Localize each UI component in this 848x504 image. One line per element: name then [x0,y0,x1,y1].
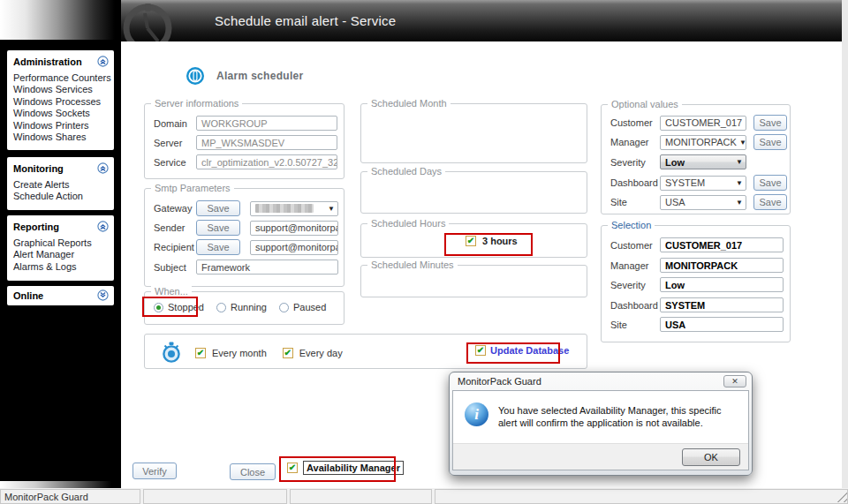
severity-label: Severity [610,280,660,290]
ok-button[interactable]: OK [682,448,740,466]
update-database-checkbox[interactable]: ✔ [475,345,486,356]
selection-manager-field[interactable]: MONITORPACK [660,258,784,273]
sidebar-item-windows-processes[interactable]: Windows Processes [13,96,109,108]
recipient-label: Recipient [154,242,196,252]
sender-dropdown[interactable]: support@monitorpa▼ [250,221,338,236]
dashboard-label: Dashboard [610,177,660,188]
selection-site-field[interactable]: USA [660,317,784,332]
every-month-checkbox[interactable]: ✔ [195,348,206,358]
nav-section-header[interactable]: Reporting [13,221,109,232]
nav-section-title: Reporting [13,222,59,232]
site-value: USA [665,197,685,207]
sidebar-item-windows-sockets[interactable]: Windows Sockets [13,108,109,119]
collapse-up-icon[interactable] [97,221,109,232]
sidebar-item-performance-counters[interactable]: Performance Counters [13,72,109,84]
gateway-save-button[interactable]: Save [196,200,240,216]
every-month-label: Every month [212,348,267,358]
service-field[interactable]: clr_optimization_v2.0.50727_32 [196,154,337,169]
manager-value: MONITORPACK [665,137,737,147]
sidebar-item-windows-services[interactable]: Windows Services [13,84,109,95]
app-window: Administration Performance Counters Wind… [0,0,848,504]
collapse-up-icon[interactable] [97,162,109,174]
nav-section-header[interactable]: Online [13,290,109,301]
gateway-label: Gateway [154,203,196,214]
alarm-scheduler-icon [186,66,205,86]
nav-section-header[interactable]: Monitoring [13,162,109,174]
collapse-down-icon[interactable] [97,290,109,301]
dashboard-save-button[interactable]: Save [753,175,787,191]
sidebar-gloss [0,0,115,40]
customer-save-button[interactable]: Save [753,115,787,131]
sidebar-item-alert-manager[interactable]: Alert Manager [13,249,109,260]
hours-checkbox[interactable]: ✔ [466,236,476,246]
paused-radio[interactable] [279,303,289,312]
every-day-checkbox[interactable]: ✔ [283,348,293,358]
close-button[interactable]: Close [230,463,276,480]
status-bar: MonitorPack Guard [0,488,848,504]
manager-label: Manager [610,137,660,147]
when-group: When... Stopped Running Paused [144,291,344,325]
running-label: Running [231,302,267,312]
scheduled-month-legend: Scheduled Month [367,98,450,109]
selection-severity-field[interactable]: Low [660,277,784,292]
server-info-legend: Server informations [151,98,242,109]
selection-dashboard-field[interactable]: SYSTEM [660,297,784,312]
running-radio[interactable] [216,303,226,312]
customer-label: Customer [610,240,660,251]
domain-field[interactable]: WORKGROUP [196,116,337,131]
selection-customer-field[interactable]: CUSTOMER_017 [660,237,784,252]
server-field[interactable]: MP_WKSMASDEV [196,135,337,150]
optional-values-legend: Optional values [608,99,682,109]
availability-manager-checkbox[interactable]: ✔ [287,463,298,473]
recipient-dropdown[interactable]: support@monitorpa▼ [250,240,338,255]
status-segment [143,489,287,504]
server-label: Server [154,138,196,148]
collapse-up-icon[interactable] [97,56,109,67]
nav-section-title: Monitoring [13,163,64,174]
dashboard-value: SYSTEM [665,177,705,188]
sidebar-item-windows-shares[interactable]: Windows Shares [13,132,109,143]
customer-value: CUSTOMER_017 [665,117,742,128]
customer-dropdown[interactable]: CUSTOMER_017▼ [660,116,746,131]
subject-label: Subject [154,262,196,273]
domain-label: Domain [154,118,196,129]
status-segment [435,489,848,504]
sidebar-gloss [0,481,117,488]
verify-button[interactable]: Verify [132,463,177,479]
nav-section-administration: Administration Performance Counters Wind… [7,50,114,150]
manager-dropdown[interactable]: MONITORPACK▼ [660,135,746,150]
sidebar-item-schedule-action[interactable]: Schedule Action [13,191,109,202]
server-info-group: Server informations Domain WORKGROUP Ser… [144,103,344,179]
sender-save-button[interactable]: Save [196,220,240,236]
severity-dropdown[interactable]: Low▼ [660,154,746,169]
nav-section-monitoring: Monitoring Create Alerts Schedule Action [7,157,114,210]
gateway-dropdown[interactable]: ▼ [250,201,338,216]
recipient-value: support@monitorpa [255,242,338,252]
scheduled-hours-legend: Scheduled Hours [367,218,449,229]
sidebar-item-windows-printers[interactable]: Windows Printers [13,120,109,132]
scheduled-month-group: Scheduled Month [360,103,587,163]
nav-section-online: Online [7,286,114,305]
sidebar-item-graphical-reports[interactable]: Graphical Reports [13,237,109,249]
dialog-titlebar[interactable]: MonitorPack Guard ✕ [450,372,752,390]
manager-save-button[interactable]: Save [753,134,787,150]
site-dropdown[interactable]: USA▼ [660,195,746,210]
dashboard-dropdown[interactable]: SYSTEM▼ [660,176,746,191]
nav-section-header[interactable]: Administration [13,56,109,67]
scheduled-hours-group: Scheduled Hours ✔ 3 hours [360,223,587,258]
stopped-radio[interactable] [154,303,163,312]
dialog-title: MonitorPack Guard [458,376,541,387]
dialog-close-icon[interactable]: ✕ [723,375,746,387]
update-database-label[interactable]: Update Database [490,345,569,356]
subject-field[interactable]: Framework [196,260,338,275]
sidebar-item-alarms-logs[interactable]: Alarms & Logs [13,261,109,273]
service-label: Service [154,157,196,168]
sender-label: Sender [154,222,196,233]
sidebar-item-create-alerts[interactable]: Create Alerts [13,179,109,191]
availability-manager-label[interactable]: Availability Manager [303,461,404,475]
info-icon: i [465,402,488,426]
window-edge [842,0,848,488]
site-save-button[interactable]: Save [753,194,787,210]
recipient-save-button[interactable]: Save [196,239,240,255]
sidebar: Administration Performance Counters Wind… [0,0,121,488]
